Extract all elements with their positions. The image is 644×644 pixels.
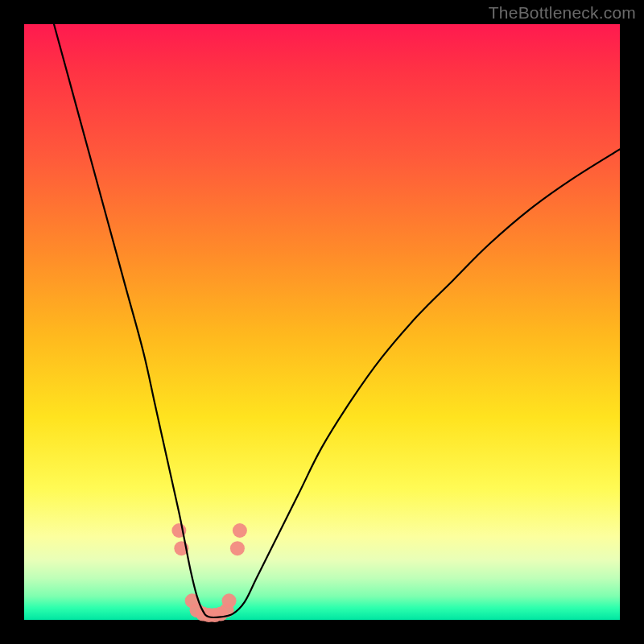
chart-frame: TheBottleneck.com	[0, 0, 644, 644]
watermark-text: TheBottleneck.com	[489, 3, 636, 23]
plot-background	[24, 24, 620, 620]
